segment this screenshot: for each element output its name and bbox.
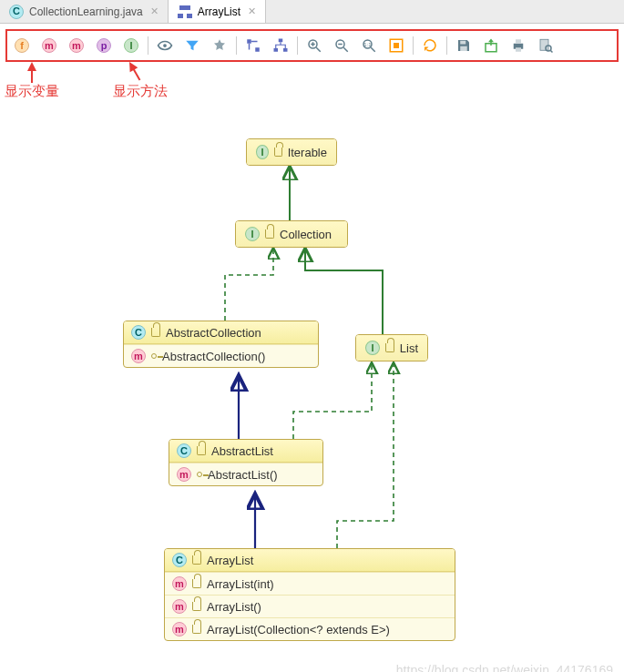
- change-scope-button[interactable]: [179, 34, 205, 57]
- zoom1-icon: 1:1: [361, 37, 377, 54]
- member-row: m ArrayList(): [165, 595, 455, 617]
- member-row: m ArrayList(int): [165, 572, 455, 595]
- key-icon: [197, 472, 202, 477]
- node-abstractcollection[interactable]: C AbstractCollection m AbstractCollectio…: [123, 321, 319, 368]
- key-icon: [151, 353, 157, 359]
- print-button[interactable]: [506, 34, 531, 57]
- show-constructors-button[interactable]: m: [36, 34, 62, 57]
- node-title: List: [400, 341, 418, 355]
- m-badge-icon: m: [69, 38, 84, 53]
- node-abstractlist[interactable]: C AbstractList m AbstractList(): [169, 439, 323, 486]
- f-badge-icon: f: [15, 38, 29, 53]
- member-label: AbstractCollection(): [162, 350, 265, 363]
- lock-icon: [197, 446, 206, 455]
- edit-node-button[interactable]: [207, 34, 232, 57]
- lock-icon: [385, 343, 394, 352]
- print-icon: [510, 37, 527, 54]
- preview-icon: [537, 37, 554, 54]
- member-row: m AbstractCollection(): [124, 344, 318, 367]
- toolbar-separator: [446, 36, 447, 55]
- p-badge-icon: p: [97, 38, 111, 53]
- lock-icon: [192, 625, 201, 634]
- node-list[interactable]: I List: [355, 334, 428, 361]
- svg-line-14: [371, 47, 375, 52]
- method-icon: m: [177, 467, 191, 482]
- svg-rect-23: [516, 47, 521, 52]
- annotation-label: 显示变量: [5, 83, 59, 100]
- node-title: Collection: [280, 228, 332, 241]
- toolbar-separator: [148, 36, 148, 55]
- class-icon: C: [9, 5, 24, 19]
- toolbar-separator: [297, 36, 298, 55]
- annotation-label: 显示方法: [113, 83, 168, 100]
- toolbar: fmmpI1:1: [9, 33, 615, 58]
- lock-icon: [192, 579, 201, 588]
- filter-icon: [184, 37, 200, 54]
- lock-icon: [265, 229, 274, 239]
- apply-layout-button[interactable]: [268, 34, 293, 57]
- method-icon: m: [172, 622, 187, 636]
- export-icon: [483, 37, 499, 54]
- class-diagram: I Iterable I Collection I List C Abstrac…: [0, 102, 624, 672]
- member-row: m ArrayList(Collection<? extends E>): [165, 617, 455, 640]
- svg-rect-22: [516, 39, 521, 44]
- svg-rect-2: [255, 47, 260, 52]
- actual-size-button[interactable]: 1:1: [356, 34, 382, 57]
- show-properties-button[interactable]: p: [91, 34, 117, 57]
- close-icon[interactable]: ✕: [246, 5, 256, 17]
- lock-icon: [192, 602, 201, 611]
- I-badge-icon: I: [124, 38, 138, 53]
- node-iterable[interactable]: I Iterable: [246, 138, 337, 166]
- layout-icon: [272, 37, 289, 54]
- tab-arraylist[interactable]: ArrayList ✕: [169, 0, 266, 23]
- svg-rect-17: [394, 43, 399, 48]
- member-label: ArrayList(int): [207, 577, 274, 591]
- close-icon[interactable]: ✕: [148, 5, 159, 17]
- show-inner-classes-button[interactable]: I: [118, 34, 144, 57]
- member-row: m AbstractList(): [169, 463, 322, 485]
- tab-collectionlearning[interactable]: C CollectionLearning.java ✕: [0, 0, 169, 23]
- svg-rect-1: [247, 39, 251, 44]
- export-image-button[interactable]: [478, 34, 504, 57]
- fit-content-button[interactable]: [384, 34, 409, 57]
- svg-rect-24: [540, 39, 548, 50]
- interface-icon: I: [245, 227, 260, 241]
- m-badge-icon: m: [42, 38, 56, 53]
- lock-icon: [274, 148, 282, 157]
- zoomout-icon: [333, 37, 350, 54]
- node-title: Iterable: [288, 146, 327, 159]
- member-label: ArrayList(): [207, 600, 261, 614]
- class-icon: C: [131, 325, 146, 340]
- toolbar-separator: [236, 36, 237, 55]
- zoom-in-button[interactable]: [302, 34, 327, 57]
- node-collection[interactable]: I Collection: [235, 220, 348, 248]
- hierarchy-icon: [178, 5, 192, 18]
- svg-rect-18: [460, 41, 465, 45]
- svg-rect-19: [460, 46, 467, 51]
- method-icon: m: [131, 349, 146, 363]
- svg-rect-4: [274, 48, 279, 52]
- refresh-button[interactable]: [417, 34, 443, 57]
- save-icon: [455, 37, 472, 54]
- method-icon: m: [172, 576, 187, 591]
- show-dependencies-button[interactable]: [240, 34, 266, 57]
- toolbar-separator: [413, 36, 414, 55]
- annotations: 显示变量 显示方法: [0, 66, 624, 102]
- node-title: AbstractList: [211, 444, 273, 458]
- interface-icon: I: [365, 341, 380, 355]
- save-diagram-button[interactable]: [451, 34, 476, 57]
- svg-rect-5: [283, 48, 288, 52]
- node-arraylist[interactable]: C ArrayList m ArrayList(int) m ArrayList…: [164, 548, 455, 641]
- watermark: https://blog.csdn.net/weixin_44176169: [396, 663, 613, 672]
- toolbar-highlight-box: fmmpI1:1: [5, 29, 619, 62]
- change-visibility-button[interactable]: [152, 34, 178, 57]
- zoom-out-button[interactable]: [329, 34, 354, 57]
- class-icon: C: [177, 443, 191, 458]
- show-fields-button[interactable]: f: [9, 34, 35, 57]
- print-preview-button[interactable]: [533, 34, 558, 57]
- lock-icon: [151, 328, 160, 337]
- show-methods-button[interactable]: m: [64, 34, 89, 57]
- deps-icon: [245, 37, 261, 54]
- tab-label: CollectionLearning.java: [29, 5, 143, 18]
- svg-line-11: [343, 47, 348, 52]
